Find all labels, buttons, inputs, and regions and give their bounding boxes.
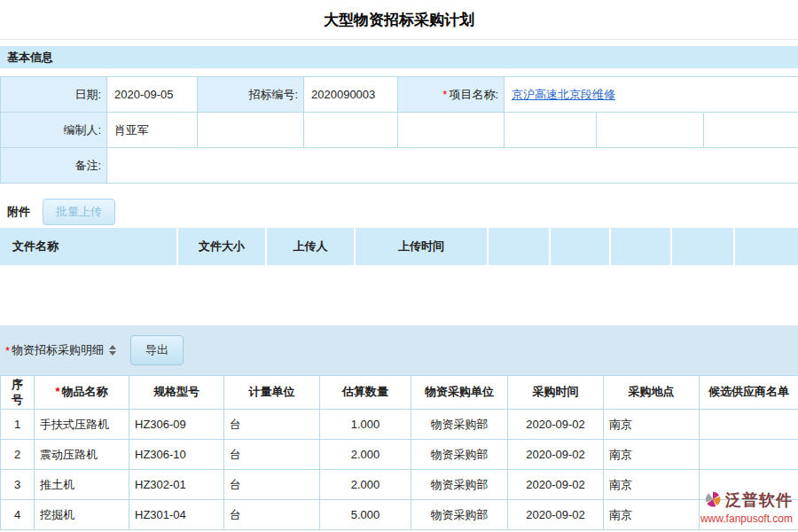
details-title: 物资招标采购明细 <box>12 342 104 358</box>
cell-model: HZ306-10 <box>129 440 224 470</box>
table-row: 2 震动压路机 HZ306-10 台 2.000 物资采购部 2020-09-0… <box>1 440 798 470</box>
col-file-name: 文件名称 <box>0 228 177 265</box>
empty-cell <box>704 113 798 148</box>
cell-unit: 台 <box>224 500 320 530</box>
required-mark: * <box>55 385 59 398</box>
attachments-empty-area <box>0 265 798 325</box>
bid-no-value: 2020090003 <box>304 77 398 113</box>
page: 大型物资招标采购计划 基本信息 日期: 2020-09-05 招标编号: 202… <box>0 0 798 530</box>
col-empty <box>610 228 671 265</box>
cell-seq: 4 <box>1 500 35 530</box>
cell-item-name: 挖掘机 <box>35 500 129 530</box>
cell-unit: 台 <box>224 440 320 470</box>
watermark-brand: 泛普软件 <box>725 491 793 511</box>
author-value: 肖亚军 <box>107 113 198 148</box>
export-button[interactable]: 导出 <box>130 335 184 365</box>
cell-time: 2020-09-02 <box>508 500 604 530</box>
table-row: 3 推土机 HZ302-01 台 2.000 物资采购部 2020-09-02 … <box>1 470 798 500</box>
cell-suppliers <box>700 410 798 440</box>
basic-info-row-2: 编制人: 肖亚军 <box>1 113 798 148</box>
cell-unit: 台 <box>224 470 320 500</box>
date-label: 日期: <box>1 77 107 113</box>
col-empty <box>671 228 734 265</box>
cell-model: HZ306-09 <box>129 410 224 440</box>
cell-qty: 2.000 <box>320 440 411 470</box>
details-header-row: 序号 *物品名称 规格型号 计量单位 估算数量 物资采购单位 采购时间 采购地点… <box>1 376 798 410</box>
basic-info-title: 基本信息 <box>7 51 53 64</box>
table-row: 4 挖掘机 HZ301-04 台 5.000 物资采购部 2020-09-02 … <box>1 500 798 530</box>
details-table: 序号 *物品名称 规格型号 计量单位 估算数量 物资采购单位 采购时间 采购地点… <box>0 375 798 530</box>
cell-qty: 1.000 <box>320 410 411 440</box>
cell-model: HZ302-01 <box>129 470 224 500</box>
cell-seq: 2 <box>1 440 35 470</box>
details-section-bar: * 物资招标采购明细 导出 <box>0 325 798 375</box>
col-upload-time: 上传时间 <box>355 228 488 265</box>
empty-cell <box>304 113 398 148</box>
basic-info-table: 日期: 2020-09-05 招标编号: 2020090003 *项目名称: 京… <box>0 76 798 184</box>
cell-dept: 物资采购部 <box>411 440 508 470</box>
cell-item-name: 推土机 <box>35 470 129 500</box>
table-row: 1 手扶式压路机 HZ306-09 台 1.000 物资采购部 2020-09-… <box>1 410 798 440</box>
batch-upload-button[interactable]: 批量上传 <box>43 199 115 225</box>
col-purchase-place: 采购地点 <box>604 376 700 410</box>
date-value: 2020-09-05 <box>107 77 198 113</box>
cell-place: 南京 <box>604 410 700 440</box>
remark-value <box>107 148 798 184</box>
cell-time: 2020-09-02 <box>508 470 604 500</box>
col-qty: 估算数量 <box>320 376 411 410</box>
sort-icon[interactable] <box>109 345 116 356</box>
empty-cell <box>505 113 597 148</box>
cell-dept: 物资采购部 <box>411 500 508 530</box>
cell-model: HZ301-04 <box>129 500 224 530</box>
cell-place: 南京 <box>604 470 700 500</box>
bid-no-label: 招标编号: <box>198 77 304 113</box>
col-purchase-time: 采购时间 <box>508 376 604 410</box>
empty-cell <box>198 113 304 148</box>
project-label-text: 项目名称: <box>449 88 498 101</box>
cell-item-name: 手扶式压路机 <box>35 410 129 440</box>
empty-cell <box>597 113 704 148</box>
cell-time: 2020-09-02 <box>508 410 604 440</box>
col-unit: 计量单位 <box>224 376 320 410</box>
watermark-url: www.fanpusoft.com <box>700 512 793 525</box>
col-empty <box>488 228 550 265</box>
project-link[interactable]: 京沪高速北京段维修 <box>512 88 615 101</box>
remark-label: 备注: <box>1 148 107 184</box>
basic-info-row-3: 备注: <box>1 148 798 184</box>
page-title: 大型物资招标采购计划 <box>0 0 798 39</box>
attachments-table: 文件名称 文件大小 上传人 上传时间 <box>0 228 798 265</box>
fanpu-logo-icon <box>704 490 722 512</box>
col-candidate-suppliers: 候选供应商名单 <box>700 376 798 410</box>
col-purchase-dept: 物资采购单位 <box>411 376 508 410</box>
basic-info-row-1: 日期: 2020-09-05 招标编号: 2020090003 *项目名称: 京… <box>1 77 798 113</box>
watermark: 泛普软件 www.fanpusoft.com <box>700 490 793 525</box>
cell-suppliers <box>700 440 798 470</box>
title-divider <box>0 39 798 40</box>
cell-dept: 物资采购部 <box>411 410 508 440</box>
project-label: *项目名称: <box>398 77 505 113</box>
col-empty <box>550 228 610 265</box>
project-value-cell: 京沪高速北京段维修 <box>505 77 798 113</box>
empty-cell <box>398 113 505 148</box>
col-model: 规格型号 <box>129 376 224 410</box>
cell-dept: 物资采购部 <box>411 470 508 500</box>
cell-place: 南京 <box>604 440 700 470</box>
required-mark: * <box>442 88 447 101</box>
cell-time: 2020-09-02 <box>508 440 604 470</box>
cell-item-name: 震动压路机 <box>35 440 129 470</box>
cell-qty: 5.000 <box>320 500 411 530</box>
col-uploader: 上传人 <box>266 228 355 265</box>
cell-seq: 3 <box>1 470 35 500</box>
attachments-header-row: 文件名称 文件大小 上传人 上传时间 <box>0 228 798 265</box>
required-mark: * <box>5 344 10 357</box>
col-item-name: *物品名称 <box>35 376 129 410</box>
col-seq: 序号 <box>1 376 35 410</box>
col-empty <box>734 228 798 265</box>
author-label: 编制人: <box>1 113 107 148</box>
basic-info-section-bar: 基本信息 <box>0 46 798 68</box>
cell-place: 南京 <box>604 500 700 530</box>
cell-unit: 台 <box>224 410 320 440</box>
attachments-header: 附件 批量上传 <box>0 199 798 225</box>
col-file-size: 文件大小 <box>177 228 266 265</box>
attachments-title: 附件 <box>7 204 30 220</box>
